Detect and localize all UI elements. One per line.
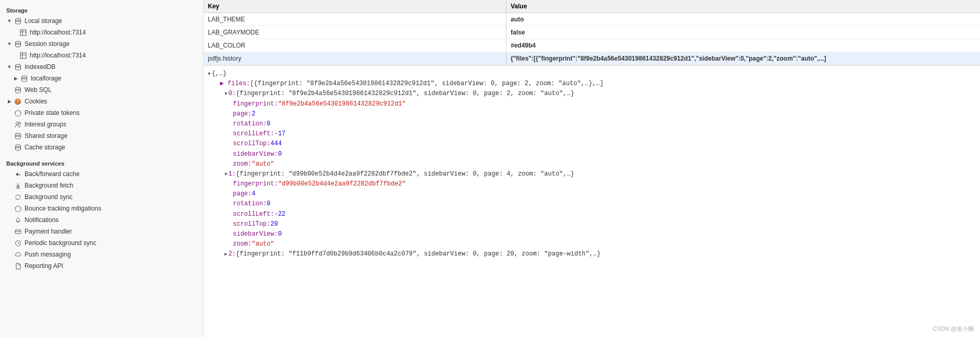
shield-icon [14,109,22,117]
json-punc: {fingerprint: "f11b9ffd7d0b29b9d63406b0c… [236,249,601,259]
json-num: 0 [278,229,281,239]
database-icon [14,143,22,152]
table-row-selected[interactable]: pdfjs.history {"files":[{"fingerprint":"… [204,52,980,65]
sidebar-item-local-storage[interactable]: ▼ Local storage [0,15,203,27]
row-key: LAB_THEME [204,13,506,26]
expand-arrow-icon: ▼ [6,64,13,69]
sidebar-item-local-storage-localhost[interactable]: http://localhost:7314 [0,27,203,38]
sidebar-item-localforge[interactable]: ▶ localforage [0,73,203,84]
row-key: pdfjs.history [204,52,506,65]
expand-icon[interactable]: ▼ [225,171,227,178]
svg-point-5 [15,41,20,43]
background-services-section-label: Background services [0,157,203,168]
json-key: page: [233,189,252,199]
sidebar-item-private-state-tokens[interactable]: ▶ Private state tokens [0,107,203,119]
sidebar-item-bounce-tracking[interactable]: ▶ Bounce tracking mitigations [0,203,203,214]
json-key: scrollLeft: [233,210,274,219]
sidebar-item-background-fetch[interactable]: ▶ Background fetch [0,180,203,191]
svg-point-16 [16,122,18,124]
svg-rect-2 [20,30,26,36]
sidebar-item-reporting-api[interactable]: ▶ Reporting API [0,260,203,272]
session-storage-localhost-label: http://localhost:7314 [30,52,86,59]
json-key: rotation: [233,199,267,209]
json-num: 20 [270,219,278,229]
json-line: ▶ 2: {fingerprint: "f11b9ffd7d0b29b9d634… [208,249,976,259]
json-key: 1: [228,169,235,179]
json-line: sidebarView: 0 [208,229,976,239]
json-key: page: [233,109,252,119]
database-icon [14,132,22,140]
sidebar-item-cache-storage[interactable]: ▶ Cache storage [0,142,203,153]
kv-table-header: Key Value [204,0,980,13]
json-num: 4 [252,189,255,199]
sidebar-item-interest-groups[interactable]: ▶ Interest groups [0,119,203,130]
row-key: LAB_COLOR [204,39,506,52]
json-key: sidebarView: [233,229,278,239]
json-key: scrollTop: [233,219,270,229]
expand-icon[interactable]: ▶ [225,251,227,258]
json-punc: [{fingerprint: "8f9e2b4a56e5430198614328… [250,79,604,89]
back-forward-cache-label: Back/forward cache [25,170,79,178]
json-str: "auto" [252,239,274,249]
private-state-tokens-label: Private state tokens [25,109,79,117]
cookies-label: Cookies [25,98,47,105]
svg-point-18 [15,133,20,135]
svg-point-10 [15,64,20,66]
svg-point-0 [15,18,20,20]
sidebar-item-shared-storage[interactable]: ▶ Shared storage [0,130,203,142]
json-line: zoom: "auto" [208,239,976,249]
json-key: ▶ files: [220,79,250,89]
sidebar-item-back-forward-cache[interactable]: ▶ Back/forward cache [0,168,203,180]
database-icon [14,86,22,94]
table-row[interactable]: LAB_THEME auto [204,13,980,26]
json-num: 2 [252,109,255,119]
expand-arrow-icon: ▶ [13,76,19,81]
sidebar-item-background-sync[interactable]: ▶ Background sync [0,191,203,203]
backward-icon [14,170,22,178]
json-num: 0 [278,149,281,159]
json-key: fingerprint: [233,179,278,189]
sidebar-item-push-messaging[interactable]: ▶ Push messaging [0,249,203,260]
sidebar-item-indexed-db[interactable]: ▼ IndexedDB [0,61,203,73]
session-storage-label: Session storage [25,40,69,48]
json-num: -17 [274,129,286,139]
sidebar-item-payment-handler[interactable]: ▶ Payment handler [0,226,203,237]
sidebar-item-notifications[interactable]: ▶ Notifications [0,214,203,226]
background-fetch-label: Background fetch [25,182,73,189]
json-num: 444 [270,139,282,149]
table-row[interactable]: LAB_GRAYMODE false [204,26,980,39]
row-value: auto [506,13,980,26]
json-line: page: 2 [208,109,976,119]
json-key: zoom: [233,239,252,249]
expand-arrow-icon: ▶ [6,99,13,104]
card-icon [14,227,22,236]
local-storage-label: Local storage [25,17,62,25]
row-value: false [506,26,980,39]
json-line: scrollLeft: -17 [208,129,976,139]
table-row[interactable]: LAB_COLOR #ed49b4 [204,39,980,52]
row-value: #ed49b4 [506,39,980,52]
sidebar-item-session-storage-localhost[interactable]: http://localhost:7314 [0,50,203,61]
sidebar-item-session-storage[interactable]: ▼ Session storage [0,38,203,50]
sidebar-item-cookies[interactable]: ▶ 🍪 Cookies [0,96,203,107]
payment-handler-label: Payment handler [25,228,72,235]
json-key: scrollLeft: [233,129,274,139]
expand-icon[interactable]: ▼ [208,71,210,78]
row-key: LAB_GRAYMODE [204,26,506,39]
table-icon [19,51,27,60]
json-line: ▼ {,…} [208,69,976,79]
indexed-db-label: IndexedDB [25,63,55,71]
cookie-icon: 🍪 [14,97,22,106]
cache-storage-label: Cache storage [25,144,65,151]
col-value-header: Value [506,0,980,13]
json-line: rotation: 0 [208,199,976,209]
json-str: "d99b00e52b4d4e2aa9f2282dbf7fbde2" [278,179,406,189]
json-line: ▼ ▶ files: [{fingerprint: "8f9e2b4a56e54… [208,79,976,89]
watermark: CSDN @迷小圈 [933,325,974,333]
json-line: rotation: 0 [208,119,976,129]
col-key-header: Key [204,0,506,13]
database-icon [14,63,22,71]
expand-icon[interactable]: ▼ [225,90,227,98]
sidebar-item-web-sql[interactable]: ▶ Web SQL [0,84,203,96]
sidebar-item-periodic-bg-sync[interactable]: ▶ Periodic background sync [0,237,203,249]
